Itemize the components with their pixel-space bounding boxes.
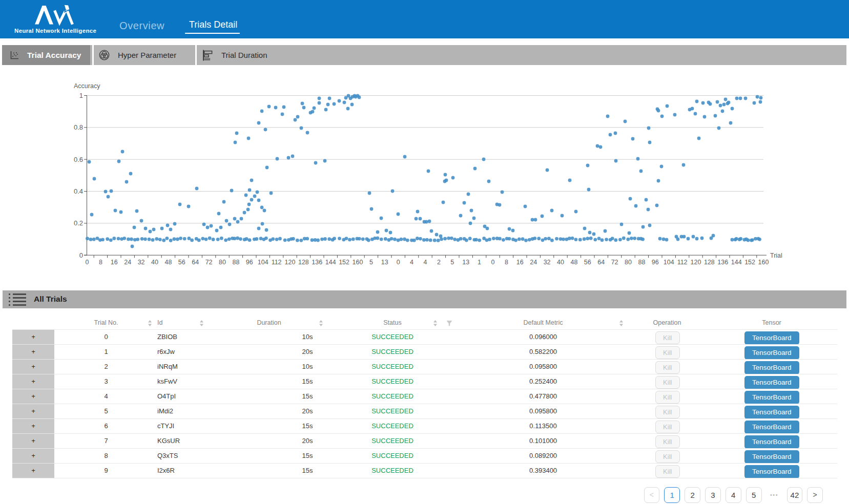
- svg-text:40: 40: [151, 259, 158, 266]
- svg-text:152: 152: [339, 259, 349, 266]
- svg-text:72: 72: [205, 259, 213, 266]
- svg-text:0: 0: [491, 259, 495, 266]
- svg-text:Accuracy: Accuracy: [74, 82, 100, 90]
- svg-text:128: 128: [298, 259, 309, 266]
- svg-text:0.2: 0.2: [74, 219, 83, 227]
- svg-text:5: 5: [369, 259, 373, 266]
- svg-text:96: 96: [652, 259, 659, 266]
- svg-text:56: 56: [178, 259, 185, 266]
- svg-text:16: 16: [516, 259, 524, 266]
- svg-text:4: 4: [410, 259, 413, 266]
- svg-text:24: 24: [530, 259, 537, 266]
- svg-text:88: 88: [638, 259, 645, 266]
- svg-text:120: 120: [691, 259, 701, 266]
- svg-text:5: 5: [450, 259, 454, 266]
- svg-text:48: 48: [570, 259, 577, 266]
- svg-text:112: 112: [272, 259, 282, 266]
- svg-text:144: 144: [325, 259, 336, 266]
- svg-text:1: 1: [79, 92, 83, 99]
- svg-text:Trial: Trial: [770, 252, 782, 259]
- svg-text:32: 32: [138, 259, 145, 266]
- svg-text:136: 136: [717, 259, 728, 266]
- svg-text:104: 104: [258, 259, 268, 266]
- svg-text:88: 88: [232, 259, 239, 266]
- svg-text:13: 13: [381, 259, 388, 266]
- svg-text:80: 80: [219, 259, 226, 266]
- svg-text:56: 56: [584, 259, 591, 266]
- svg-text:0: 0: [397, 259, 400, 266]
- svg-text:16: 16: [111, 259, 118, 266]
- svg-text:128: 128: [704, 259, 715, 266]
- svg-text:0.4: 0.4: [74, 187, 83, 195]
- svg-text:64: 64: [597, 259, 605, 266]
- svg-text:32: 32: [544, 259, 551, 266]
- svg-text:0.6: 0.6: [74, 156, 83, 163]
- svg-text:120: 120: [285, 259, 296, 266]
- svg-text:64: 64: [192, 259, 199, 266]
- svg-text:1: 1: [478, 259, 481, 266]
- svg-text:136: 136: [312, 259, 322, 266]
- svg-text:24: 24: [124, 259, 131, 266]
- svg-text:112: 112: [677, 259, 688, 266]
- svg-text:80: 80: [625, 259, 632, 266]
- svg-text:8: 8: [505, 259, 508, 266]
- svg-text:4: 4: [424, 259, 427, 266]
- svg-text:96: 96: [246, 259, 253, 266]
- svg-text:40: 40: [557, 259, 564, 266]
- svg-text:160: 160: [758, 259, 769, 266]
- svg-text:144: 144: [731, 259, 742, 266]
- svg-text:72: 72: [611, 259, 618, 266]
- svg-text:160: 160: [353, 259, 363, 266]
- svg-text:2: 2: [437, 259, 441, 266]
- svg-text:0: 0: [86, 259, 89, 266]
- svg-text:0: 0: [79, 251, 83, 259]
- svg-text:152: 152: [744, 259, 755, 266]
- svg-text:104: 104: [664, 259, 674, 266]
- svg-text:0.8: 0.8: [74, 123, 83, 131]
- svg-text:8: 8: [99, 259, 102, 266]
- svg-text:48: 48: [164, 259, 172, 266]
- svg-text:13: 13: [462, 259, 469, 266]
